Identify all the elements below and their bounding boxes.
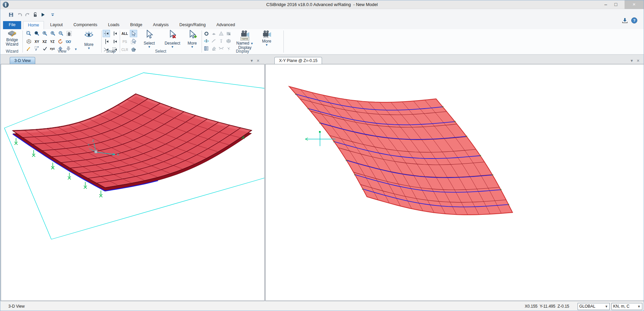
window-select-icon[interactable]	[130, 38, 137, 45]
group-label-wizard: Wizard	[2, 49, 22, 54]
panel-3d-close-icon[interactable]: ✕	[257, 59, 260, 63]
close-button[interactable]: ×	[625, 0, 644, 9]
mdi-area: 3-D View ▼ ✕ XYZ X-Y Plane @ Z=-0.15 ▼ ✕	[0, 55, 644, 301]
title-bar: CSiBridge 2016 v18.0.0 Advanced w/Rating…	[0, 0, 644, 9]
view-more-button[interactable]: More ▼	[79, 30, 98, 50]
display-joints-icon[interactable]	[203, 30, 210, 37]
group-display: name Named ▼Display More ▼ Display	[202, 29, 283, 54]
window-title: CSiBridge 2016 v18.0.0 Advanced w/Rating…	[0, 0, 644, 9]
select-button[interactable]: Select ▼	[140, 30, 159, 48]
xz-view-button[interactable]: XZ	[41, 38, 48, 45]
download-icon[interactable]	[622, 17, 628, 24]
zoom-out-icon[interactable]	[57, 30, 65, 37]
select-previous-button[interactable]: PS	[121, 38, 128, 45]
deselect-button[interactable]: Deselect ▼	[162, 30, 183, 48]
ribbon-body: Bridge Wizard Wizard XY XZ	[0, 29, 644, 55]
pan-icon[interactable]	[65, 30, 73, 37]
group-wizard: Bridge Wizard Wizard	[2, 29, 22, 54]
snap-to-ends-icon[interactable]	[111, 30, 118, 37]
group-label-select: Select	[120, 49, 201, 54]
cursor-coordinates: X0.155 Y-11.495 Z-0.15	[525, 304, 569, 309]
xy-view-button[interactable]: XY	[33, 38, 41, 45]
3d-view-canvas[interactable]: XYZ	[1, 64, 265, 301]
tab-analysis[interactable]: Analysis	[149, 21, 173, 29]
xy-plane-viewport[interactable]	[266, 64, 644, 301]
group-label-snap: Snap	[102, 49, 119, 54]
select-cursor-icon	[145, 30, 154, 39]
svg-text:Y: Y	[88, 143, 90, 146]
select-more-cursor-icon	[187, 30, 198, 39]
tab-3d-view[interactable]: 3-D View	[10, 57, 35, 64]
tab-design-rating[interactable]: Design/Rating	[175, 21, 210, 29]
panel-xy-plane: X-Y Plane @ Z=-0.15 ▼ ✕	[265, 57, 644, 64]
select-more-button[interactable]: More ▼	[185, 30, 200, 48]
panel-xy-collapse-icon[interactable]: ▼	[630, 59, 634, 63]
panel-3d-view: 3-D View ▼ ✕ XYZ	[0, 57, 264, 64]
csibridge-window: CSiBridge 2016 v18.0.0 Advanced w/Rating…	[0, 0, 644, 311]
ribbon-tab-row: File Home Layout Components Loads Bridge…	[0, 21, 644, 29]
status-view-name: 3-D View	[0, 304, 24, 309]
snap-to-midpoints-icon[interactable]	[103, 38, 110, 45]
select-all-button[interactable]: ALL	[121, 30, 128, 37]
units-chevron-icon: ▼	[637, 305, 641, 308]
bridge-wizard-button[interactable]: Bridge Wizard	[3, 30, 21, 47]
display-areas-icon[interactable]	[218, 30, 224, 37]
display-links-icon[interactable]	[210, 37, 217, 45]
run-analysis-icon[interactable]	[40, 12, 46, 17]
lock-icon[interactable]	[33, 12, 38, 17]
zoom-in-icon[interactable]	[49, 30, 57, 37]
csys-chevron-icon: ▼	[605, 305, 608, 308]
panel-3d-tabstrip: 3-D View ▼ ✕	[0, 57, 264, 64]
3d-model-viewport[interactable]: XYZ	[1, 64, 264, 301]
display-grid-plane-icon[interactable]	[203, 37, 210, 45]
units-select[interactable]: KN, m, C▼	[611, 303, 642, 310]
minimize-button[interactable]: –	[601, 0, 611, 9]
display-more-camera-icon	[262, 30, 272, 38]
display-textures-icon[interactable]	[225, 30, 232, 37]
svg-text:?: ?	[633, 18, 636, 22]
status-bar: 3-D View X0.155 Y-11.495 Z-0.15 GLOBAL▼ …	[0, 301, 644, 311]
rotate-view-icon[interactable]	[57, 38, 64, 45]
tab-layout[interactable]: Layout	[46, 21, 67, 29]
coordinate-system-select[interactable]: GLOBAL▼	[578, 303, 610, 310]
save-icon[interactable]	[8, 12, 14, 17]
redo-icon[interactable]	[25, 12, 30, 17]
tab-file[interactable]: File	[3, 21, 21, 29]
display-more-button[interactable]: More ▼	[259, 30, 275, 46]
display-solids-icon[interactable]	[225, 37, 232, 45]
help-icon[interactable]: ?	[631, 17, 638, 24]
display-frames-icon[interactable]	[210, 30, 217, 37]
pointer-select-icon[interactable]	[130, 30, 137, 37]
snap-to-points-icon[interactable]	[103, 30, 110, 37]
svg-text:Z: Z	[92, 139, 94, 142]
group-label-display: Display	[202, 49, 283, 54]
rubber-band-zoom-icon[interactable]	[25, 30, 33, 37]
previous-zoom-icon[interactable]	[41, 30, 49, 37]
bridge-wizard-icon	[7, 30, 17, 37]
group-view: XY XZ YZ xyz ▼ More	[23, 29, 101, 54]
maximize-button[interactable]: □	[611, 0, 621, 9]
panel-xy-close-icon[interactable]: ✕	[637, 59, 640, 63]
svg-text:X: X	[117, 153, 119, 156]
eye-icon	[84, 31, 94, 38]
named-display-button[interactable]: name Named ▼Display	[234, 30, 255, 50]
xy-plane-canvas[interactable]	[265, 64, 644, 301]
display-loads-icon[interactable]	[218, 37, 224, 45]
deselect-cursor-icon	[167, 30, 178, 39]
tab-home[interactable]: Home	[23, 21, 44, 29]
tab-advanced[interactable]: Advanced	[212, 21, 239, 29]
panel-xy-tabstrip: X-Y Plane @ Z=-0.15 ▼ ✕	[265, 57, 644, 64]
snap-to-lines-icon[interactable]	[111, 38, 118, 45]
perspective-glasses-icon[interactable]	[65, 38, 72, 45]
restore-full-view-icon[interactable]	[33, 30, 41, 37]
undo-icon[interactable]	[17, 12, 22, 17]
yz-view-button[interactable]: YZ	[49, 38, 56, 45]
tab-bridge[interactable]: Bridge	[126, 21, 147, 29]
group-label-view: View	[23, 49, 101, 54]
tab-xy-plane[interactable]: X-Y Plane @ Z=-0.15	[274, 57, 322, 64]
panel-3d-collapse-icon[interactable]: ▼	[250, 59, 254, 63]
customize-toolbar-icon[interactable]	[50, 12, 55, 17]
tab-components[interactable]: Components	[69, 21, 102, 29]
3d-view-icon[interactable]	[25, 38, 33, 45]
tab-loads[interactable]: Loads	[104, 21, 124, 29]
